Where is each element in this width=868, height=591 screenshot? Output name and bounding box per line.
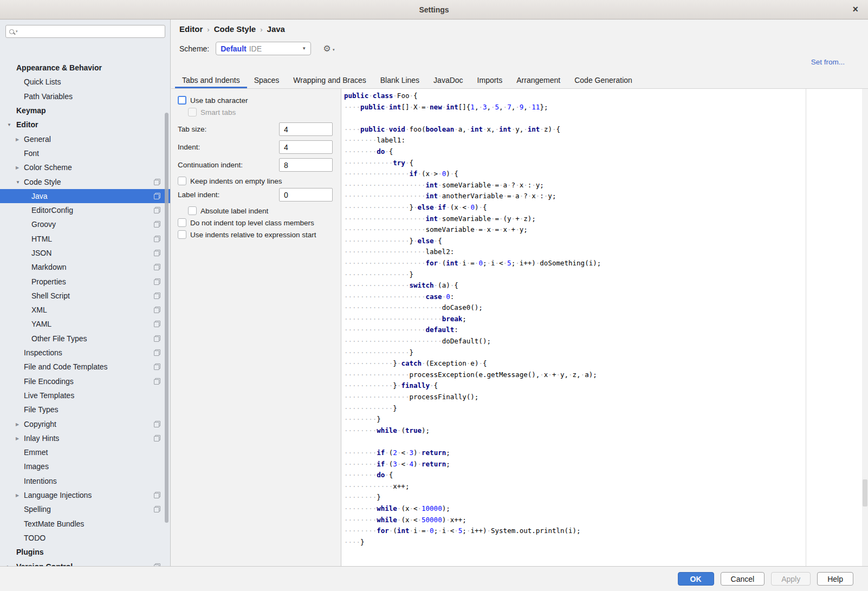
sidebar-item-code-style[interactable]: ▼Code Style (0, 174, 170, 189)
chevron-down-icon[interactable]: ▼ (16, 179, 20, 184)
sidebar-item-file-and-code-templates[interactable]: File and Code Templates (0, 360, 170, 374)
sidebar-item-other-file-types[interactable]: Other File Types (0, 332, 170, 346)
checkbox-use-tab-character[interactable] (178, 96, 186, 105)
breadcrumb-code-style[interactable]: Code Style (214, 24, 256, 34)
sidebar-item-label: Spelling (0, 505, 51, 514)
ok-button[interactable]: OK (678, 572, 714, 586)
tab-spaces[interactable]: Spaces (247, 72, 287, 88)
sidebar-item-file-encodings[interactable]: File Encodings (0, 374, 170, 388)
sidebar-scrollbar[interactable] (165, 113, 169, 523)
code-line: ························break; (344, 314, 862, 325)
sidebar-item-live-templates[interactable]: Live Templates (0, 388, 170, 402)
chevron-right-icon[interactable]: ▶ (16, 137, 19, 141)
code-line: ················} (344, 347, 862, 359)
input-tab-size[interactable] (279, 122, 333, 136)
cancel-button[interactable]: Cancel (721, 572, 765, 586)
checkbox-keep-indents-on-empty-lines[interactable] (178, 177, 186, 185)
sidebar-item-editorconfig[interactable]: EditorConfig (0, 203, 170, 217)
gear-icon[interactable]: ⚙▾ (323, 44, 331, 53)
input-indent[interactable] (279, 140, 333, 154)
sidebar-item-label: Language Injections (0, 491, 92, 499)
tab-code-generation[interactable]: Code Generation (567, 72, 639, 88)
chevron-right-icon[interactable]: ▶ (16, 421, 19, 426)
code-line: ········} (344, 492, 862, 503)
chevron-right-icon[interactable]: ▶ (16, 165, 19, 170)
help-button[interactable]: Help (817, 572, 853, 586)
checkbox-use-indents-relative-to-expression-start[interactable] (178, 230, 186, 239)
sidebar-item-inlay-hints[interactable]: ▶Inlay Hints (0, 431, 170, 445)
copy-icon (154, 250, 160, 256)
set-from-link[interactable]: Set from... (811, 58, 845, 66)
sidebar-item-file-types[interactable]: File Types (0, 402, 170, 417)
sidebar-item-shell-script[interactable]: Shell Script (0, 289, 170, 303)
sidebar-item-language-injections[interactable]: ▶Language Injections (0, 488, 170, 502)
sidebar-item-label: Inlay Hints (0, 434, 59, 443)
gear-caret-icon: ▾ (333, 46, 335, 54)
sidebar-item-copyright[interactable]: ▶Copyright (0, 417, 170, 431)
input-continuation-indent[interactable] (279, 158, 333, 172)
sidebar-item-textmate-bundles[interactable]: TextMate Bundles (0, 517, 170, 531)
search-options-caret-icon[interactable]: ▾ (16, 29, 18, 34)
chevron-down-icon[interactable]: ▼ (302, 46, 306, 51)
copy-icon (154, 492, 160, 498)
sidebar-item-spelling[interactable]: Spelling (0, 502, 170, 516)
code-line: ········label1: (344, 135, 862, 146)
sidebar-item-xml[interactable]: XML (0, 303, 170, 317)
checkbox-absolute-label-indent[interactable] (188, 206, 197, 215)
sidebar-item-label: YAML (0, 320, 51, 328)
sidebar-item-json[interactable]: JSON (0, 246, 170, 260)
tab-content: Use tab characterSmart tabsTab size:Inde… (171, 88, 868, 566)
sidebar-item-quick-lists[interactable]: Quick Lists (0, 75, 170, 89)
sidebar-item-editor[interactable]: ▼Editor (0, 118, 170, 132)
sidebar-item-java[interactable]: Java (0, 189, 170, 203)
breadcrumb-editor[interactable]: Editor (179, 24, 203, 34)
copy-icon (154, 321, 160, 327)
sidebar-item-keymap[interactable]: Keymap (0, 103, 170, 118)
chevron-right-icon[interactable]: ▶ (16, 436, 19, 440)
sidebar-item-todo[interactable]: TODO (0, 531, 170, 545)
sidebar-item-color-scheme[interactable]: ▶Color Scheme (0, 160, 170, 174)
breadcrumb-java[interactable]: Java (267, 24, 285, 34)
search-input[interactable] (21, 28, 161, 36)
chevron-right-icon[interactable]: ▶ (16, 493, 19, 498)
sidebar-item-plugins[interactable]: Plugins (0, 545, 170, 559)
tab-arrangement[interactable]: Arrangement (509, 72, 567, 88)
close-icon[interactable]: × (852, 4, 858, 15)
sidebar-item-html[interactable]: HTML (0, 232, 170, 246)
sidebar-item-version-control[interactable]: ▶Version Control (0, 559, 170, 566)
search-box[interactable]: ▾ (5, 25, 165, 38)
sidebar-item-general[interactable]: ▶General (0, 132, 170, 146)
sidebar-item-properties[interactable]: Properties (0, 274, 170, 288)
tab-javadoc[interactable]: JavaDoc (426, 72, 470, 88)
window-scrollbar[interactable] (863, 479, 867, 506)
scheme-select[interactable]: Default IDE ▼ (216, 42, 311, 55)
sidebar-item-images[interactable]: Images (0, 459, 170, 473)
sidebar-item-intentions[interactable]: Intentions (0, 474, 170, 488)
scheme-value: Default (221, 44, 246, 53)
sidebar-item-path-variables[interactable]: Path Variables (0, 89, 170, 103)
sidebar-item-font[interactable]: Font (0, 146, 170, 160)
chevron-down-icon[interactable]: ▼ (7, 122, 11, 127)
code-line: ········for·(int·i·=·0;·i·<·5;·i++)·Syst… (344, 525, 862, 537)
sidebar-item-emmet[interactable]: Emmet (0, 445, 170, 459)
settings-tree: Appearance & BehaviorQuick ListsPath Var… (0, 61, 170, 566)
sidebar-item-groovy[interactable]: Groovy (0, 217, 170, 231)
code-line: ········while·(x·<·10000); (344, 503, 862, 515)
code-line: ····················label2: (344, 246, 862, 258)
sidebar-item-markdown[interactable]: Markdown (0, 260, 170, 274)
sidebar-item-inspections[interactable]: Inspections (0, 346, 170, 360)
tab-blank-lines[interactable]: Blank Lines (373, 72, 426, 88)
tab-wrapping-and-braces[interactable]: Wrapping and Braces (286, 72, 373, 88)
sidebar-item-label: Other File Types (0, 334, 87, 343)
input-label-indent[interactable] (279, 188, 333, 202)
checkbox-do-not-indent-top-level-class-members[interactable] (178, 218, 186, 227)
sidebar-item-appearance-behavior[interactable]: Appearance & Behavior (0, 61, 170, 75)
copy-icon (154, 349, 160, 356)
tab-tabs-and-indents[interactable]: Tabs and Indents (175, 72, 247, 88)
tab-imports[interactable]: Imports (470, 72, 510, 88)
code-line: ············}·finally·{ (344, 380, 862, 392)
sidebar-item-yaml[interactable]: YAML (0, 317, 170, 331)
sidebar-item-label: Keymap (0, 106, 46, 115)
sidebar-item-label: Plugins (0, 548, 44, 556)
sidebar-item-label: General (0, 135, 51, 144)
